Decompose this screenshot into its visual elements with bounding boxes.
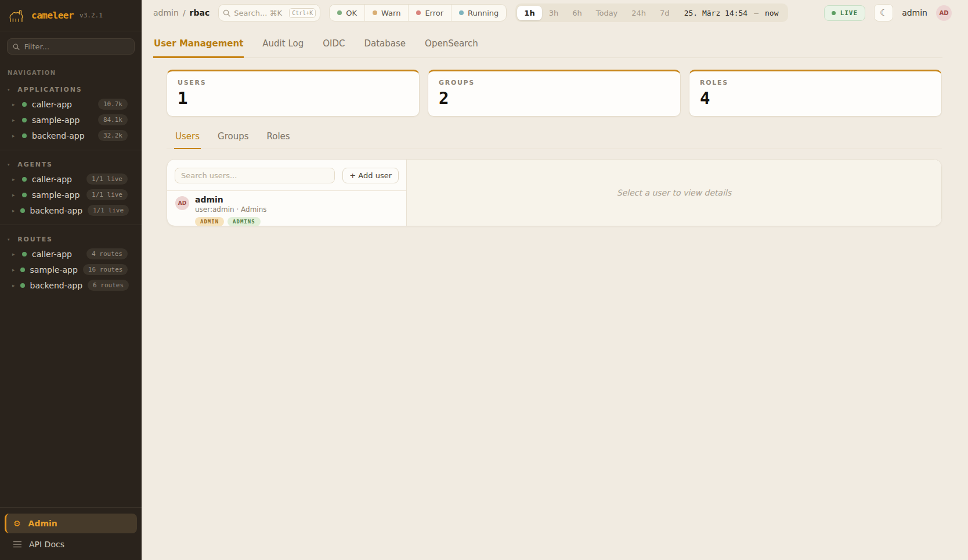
time-range-6h[interactable]: 6h xyxy=(565,6,589,20)
sidebar-item-agents-backend-app[interactable]: ▸ backend-app 1/1 live xyxy=(0,203,142,218)
stat-value: 2 xyxy=(439,89,670,108)
tab-oidc[interactable]: OIDC xyxy=(322,31,345,57)
status-dot-icon xyxy=(22,133,27,138)
sidebar-item-admin[interactable]: ⚙ Admin xyxy=(5,514,137,533)
tab-database[interactable]: Database xyxy=(364,31,407,57)
add-user-button[interactable]: + Add user xyxy=(342,168,399,183)
status-filter-group: OK Warn Error Running xyxy=(329,4,507,21)
gear-icon: ⚙ xyxy=(13,519,21,528)
global-search-input[interactable] xyxy=(234,9,286,17)
sidebar-filter[interactable] xyxy=(7,38,135,55)
nav-section-applications: ▾ APPLICATIONS ▸ caller-app 10.7k ▸ samp… xyxy=(0,82,142,143)
time-range-7d[interactable]: 7d xyxy=(653,6,677,20)
users-list-pane: + Add user AD admin user:admin · Admins … xyxy=(167,160,407,226)
nav-section-routes: ▾ ROUTES ▸ caller-app 4 routes ▸ sample-… xyxy=(0,232,142,293)
status-label: Running xyxy=(468,9,499,17)
sidebar-nav: ▾ APPLICATIONS ▸ caller-app 10.7k ▸ samp… xyxy=(0,77,142,507)
search-icon xyxy=(223,9,230,17)
role-badge-admin: ADMIN xyxy=(195,217,224,226)
item-label: backend-app xyxy=(30,281,83,290)
ok-dot-icon xyxy=(337,10,342,15)
item-count-badge: 32.2k xyxy=(98,130,128,141)
status-filter-running[interactable]: Running xyxy=(451,5,506,21)
moon-icon: ☾ xyxy=(880,8,887,18)
navigation-heading: NAVIGATION xyxy=(0,62,142,77)
warn-dot-icon xyxy=(373,10,377,15)
divider xyxy=(0,225,142,225)
time-range-1h[interactable]: 1h xyxy=(517,6,541,20)
search-users-input[interactable] xyxy=(175,168,335,183)
avatar[interactable]: AD xyxy=(936,5,952,21)
time-range-group: 1h 3h 6h Today 24h 7d 25. März 14:54 — n… xyxy=(515,3,788,22)
topbar-username: admin xyxy=(902,8,927,17)
menu-icon xyxy=(13,541,21,548)
section-header-agents[interactable]: ▾ AGENTS xyxy=(0,157,142,171)
status-dot-icon xyxy=(22,177,27,182)
sidebar-item-applications-sample-app[interactable]: ▸ sample-app 84.1k xyxy=(0,112,142,128)
sidebar-item-agents-caller-app[interactable]: ▸ caller-app 1/1 live xyxy=(0,171,142,187)
section-header-routes[interactable]: ▾ ROUTES xyxy=(0,232,142,246)
user-meta: user:admin · Admins xyxy=(195,205,267,214)
stat-label: GROUPS xyxy=(439,79,670,86)
status-dot-icon xyxy=(20,268,25,272)
user-detail-pane: Select a user to view details xyxy=(407,160,941,226)
sidebar-footer: ⚙ Admin API Docs xyxy=(0,507,142,560)
item-label: caller-app xyxy=(32,250,81,259)
status-label: Error xyxy=(425,9,443,17)
error-dot-icon xyxy=(416,10,421,15)
status-label: Warn xyxy=(381,9,400,17)
group-badge-admins: ADMINS xyxy=(227,217,261,226)
chevron-right-icon: ▸ xyxy=(12,102,17,107)
status-filter-ok[interactable]: OK xyxy=(330,5,364,21)
global-search[interactable]: Ctrl+K xyxy=(218,4,320,21)
tab-opensearch[interactable]: OpenSearch xyxy=(424,31,479,57)
subtab-users[interactable]: Users xyxy=(174,128,201,149)
status-filter-error[interactable]: Error xyxy=(408,5,451,21)
sidebar-filter-input[interactable] xyxy=(24,42,129,51)
item-label: sample-app xyxy=(32,190,81,200)
live-dot-icon xyxy=(832,11,836,15)
tab-audit-log[interactable]: Audit Log xyxy=(262,31,304,57)
theme-toggle-button[interactable]: ☾ xyxy=(874,4,893,21)
chevron-right-icon: ▸ xyxy=(12,192,17,198)
main-area: admin / rbac Ctrl+K OK Warn Error xyxy=(142,0,968,560)
time-range-end: now xyxy=(765,9,778,17)
time-range-separator: — xyxy=(754,9,758,17)
sidebar-item-routes-backend-app[interactable]: ▸ backend-app 6 routes xyxy=(0,277,142,293)
chevron-down-icon: ▾ xyxy=(8,162,10,167)
sidebar-item-applications-backend-app[interactable]: ▸ backend-app 32.2k xyxy=(0,128,142,143)
chevron-down-icon: ▾ xyxy=(8,237,10,242)
status-dot-icon xyxy=(22,102,27,107)
subtab-roles[interactable]: Roles xyxy=(266,128,291,149)
live-badge[interactable]: LIVE xyxy=(824,5,866,21)
admin-label: Admin xyxy=(28,519,57,528)
breadcrumb-separator: / xyxy=(183,8,186,17)
user-list-item-admin[interactable]: AD admin user:admin · Admins ADMIN ADMIN… xyxy=(167,191,406,226)
time-range-3h[interactable]: 3h xyxy=(542,6,566,20)
shortcut-kbd: Ctrl+K xyxy=(289,8,316,18)
time-range-24h[interactable]: 24h xyxy=(624,6,653,20)
time-range-today[interactable]: Today xyxy=(589,6,625,20)
item-label: caller-app xyxy=(32,100,93,109)
breadcrumb-parent[interactable]: admin xyxy=(153,8,179,17)
sidebar-item-routes-sample-app[interactable]: ▸ sample-app 16 routes xyxy=(0,262,142,277)
sidebar-item-agents-sample-app[interactable]: ▸ sample-app 1/1 live xyxy=(0,187,142,203)
stat-label: ROLES xyxy=(700,79,931,86)
camel-logo-icon xyxy=(8,7,26,24)
item-label: backend-app xyxy=(30,206,83,215)
item-count-badge: 4 routes xyxy=(86,248,128,259)
sidebar-item-applications-caller-app[interactable]: ▸ caller-app 10.7k xyxy=(0,96,142,112)
sidebar-item-routes-caller-app[interactable]: ▸ caller-app 4 routes xyxy=(0,246,142,262)
chevron-right-icon: ▸ xyxy=(12,117,17,123)
section-label: AGENTS xyxy=(17,161,53,168)
nav-section-agents: ▾ AGENTS ▸ caller-app 1/1 live ▸ sample-… xyxy=(0,157,142,218)
breadcrumb-current: rbac xyxy=(190,8,210,17)
status-filter-warn[interactable]: Warn xyxy=(364,5,408,21)
sidebar-item-api-docs[interactable]: API Docs xyxy=(0,534,142,554)
section-header-applications[interactable]: ▾ APPLICATIONS xyxy=(0,82,142,96)
tab-user-management[interactable]: User Management xyxy=(153,31,244,58)
subtab-groups[interactable]: Groups xyxy=(216,128,250,149)
item-count-badge: 1/1 live xyxy=(88,205,129,216)
section-label: ROUTES xyxy=(17,236,53,243)
app-version: v3.2.1 xyxy=(80,12,103,19)
